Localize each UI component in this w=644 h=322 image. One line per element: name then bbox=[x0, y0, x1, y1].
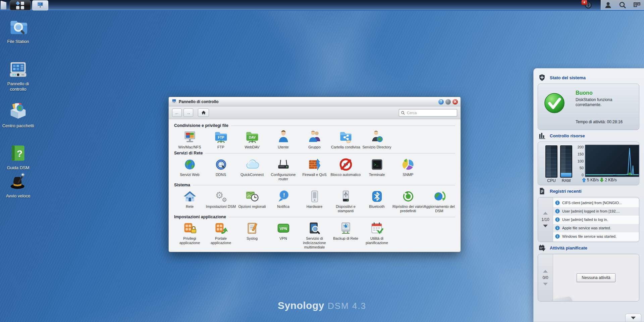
router-config-icon bbox=[276, 157, 291, 172]
desktop-icon-control-panel[interactable]: Pannello di controllo bbox=[2, 60, 34, 92]
search-box[interactable] bbox=[399, 109, 457, 117]
widget-title: Registri recenti bbox=[550, 189, 582, 194]
taskbar-control-panel-button[interactable] bbox=[32, 0, 48, 10]
terminal-icon: >_ bbox=[370, 157, 384, 172]
axis-tick: 150 bbox=[578, 152, 584, 156]
search-input[interactable] bbox=[406, 110, 455, 115]
app-label: Opzioni regionali bbox=[238, 204, 266, 209]
app-ftp[interactable]: FTPFTP bbox=[205, 129, 236, 149]
group-icon bbox=[307, 130, 322, 144]
app-label: Firewall e QoS bbox=[302, 173, 326, 177]
control-panel-icon bbox=[8, 60, 28, 80]
log-entry[interactable]: Apple file service was started. bbox=[553, 224, 639, 232]
desktop-icon-file-station[interactable]: File Station bbox=[2, 17, 34, 44]
app-syslog[interactable]: Syslog bbox=[236, 220, 268, 249]
show-desktop-button[interactable] bbox=[1, 1, 6, 9]
log-entry[interactable]: User [admin] logged in from [192.... bbox=[553, 207, 639, 216]
restore-defaults-icon bbox=[401, 189, 416, 204]
app-auto-block[interactable]: IPBlocco automatico bbox=[330, 156, 361, 181]
help-button[interactable]: ? bbox=[438, 99, 444, 104]
minimize-button[interactable] bbox=[445, 99, 451, 104]
app-hardware[interactable]: Hardware bbox=[299, 188, 330, 213]
app-quickconnect[interactable]: QuickConnect bbox=[236, 156, 268, 181]
desktop-icon-package-center[interactable]: Centro pacchetti bbox=[2, 102, 34, 129]
app-regional[interactable]: Opzioni regionali bbox=[236, 188, 268, 213]
app-dsm-update[interactable]: Aggiornamento del DSM bbox=[424, 188, 455, 213]
app-label: Bluetooth bbox=[369, 204, 384, 209]
app-bluetooth[interactable]: Bluetooth bbox=[361, 188, 392, 213]
close-button[interactable] bbox=[452, 99, 458, 104]
app-label: Terminale bbox=[369, 173, 385, 177]
app-dsm-settings[interactable]: ⚙⚙Impostazioni DSM bbox=[205, 188, 236, 213]
app-terminal[interactable]: >_Terminale bbox=[361, 156, 392, 181]
app-devices-printers[interactable]: Dispositivi e stampanti bbox=[330, 188, 361, 213]
app-network[interactable]: Rete bbox=[174, 188, 205, 213]
app-webdav[interactable]: DAVWebDAV bbox=[236, 129, 268, 149]
app-label: FTP bbox=[217, 145, 224, 149]
forward-button[interactable]: → bbox=[183, 108, 193, 117]
app-label: DDNS bbox=[216, 173, 226, 177]
log-entry[interactable]: Windows file service was started. bbox=[553, 232, 639, 241]
notifications-button[interactable]: 4 bbox=[584, 1, 593, 9]
search-icon[interactable] bbox=[619, 1, 627, 9]
app-web-services[interactable]: Servizi Web bbox=[174, 156, 205, 181]
widget-title: Stato del sistema bbox=[550, 75, 586, 80]
logs-pager-text: 1/10 bbox=[541, 217, 549, 222]
app-label: Gruppo bbox=[308, 145, 321, 149]
window-titlebar[interactable]: Pannello di controllo ? bbox=[169, 97, 461, 106]
app-snmp[interactable]: SNMP bbox=[392, 156, 424, 181]
axis-tick: 100 bbox=[578, 159, 584, 163]
control-panel-mini-icon bbox=[36, 1, 44, 10]
app-user[interactable]: Utente bbox=[268, 129, 299, 149]
log-entry[interactable]: CIFS client [admin] from [NONGIO... bbox=[553, 199, 639, 207]
logs-pager-up[interactable] bbox=[543, 212, 548, 215]
network-icon bbox=[182, 189, 197, 204]
app-network-backup[interactable]: Backup di Rete bbox=[330, 220, 361, 249]
app-router-config[interactable]: Configurazione router bbox=[268, 156, 299, 181]
section-header: Sistema bbox=[174, 183, 455, 187]
app-media-index[interactable]: Servizio di indicizzazione multimediale bbox=[299, 220, 330, 249]
log-entry[interactable]: User [admin] failed to log in. bbox=[553, 216, 639, 224]
desktop-icon-dsm-help[interactable]: ?Guida DSM bbox=[2, 144, 34, 171]
app-group[interactable]: Gruppo bbox=[299, 129, 330, 149]
pilot-view-icon[interactable] bbox=[633, 1, 641, 9]
ddns-icon bbox=[214, 157, 228, 172]
logs-pager-down[interactable] bbox=[543, 225, 548, 227]
app-label: Configurazione router bbox=[268, 173, 299, 181]
section-header: Impostazioni applicazione bbox=[174, 215, 455, 219]
app-firewall[interactable]: Firewall e QoS bbox=[299, 156, 330, 181]
back-button[interactable]: ← bbox=[172, 108, 182, 117]
app-label: QuickConnect bbox=[240, 173, 264, 177]
main-menu-button[interactable] bbox=[10, 0, 31, 10]
desktop-icon-quick-start[interactable]: Avvio veloce bbox=[2, 172, 34, 199]
home-button[interactable] bbox=[198, 108, 209, 117]
app-label: Backup di Rete bbox=[333, 236, 358, 241]
panel-collapse-tab[interactable] bbox=[625, 314, 641, 322]
app-restore-defaults[interactable]: Ripristino dei valori predefiniti bbox=[392, 188, 424, 213]
app-app-privileges[interactable]: Privilegi applicazione bbox=[174, 220, 205, 249]
app-notification[interactable]: !Notifica bbox=[268, 188, 299, 213]
quick-start-icon bbox=[8, 172, 28, 192]
app-app-portal[interactable]: Portale applicazione bbox=[205, 220, 236, 249]
app-vpn[interactable]: VPNVPN bbox=[268, 220, 299, 249]
app-directory-service[interactable]: Servizio Directory bbox=[361, 129, 392, 149]
axis-tick: 50 bbox=[580, 166, 584, 170]
desktop-icon-label: Pannello di controllo bbox=[2, 81, 34, 92]
app-label: Ripristino dei valori predefiniti bbox=[392, 204, 424, 213]
taskbar: 4 bbox=[0, 0, 644, 11]
app-label: Utente bbox=[278, 145, 288, 149]
app-win-mac-nfs[interactable]: Win/Mac/NFS bbox=[174, 129, 205, 149]
app-label: Servizio Directory bbox=[362, 145, 391, 149]
app-task-scheduler[interactable]: Utilità di pianificazione bbox=[361, 220, 392, 249]
app-shared-folder[interactable]: Cartella condivisa bbox=[330, 129, 361, 149]
tasks-pager-up[interactable] bbox=[543, 270, 548, 273]
recent-logs-box: 1/10 CIFS client [admin] from [NONGIO...… bbox=[538, 197, 639, 242]
app-ddns[interactable]: DDNS bbox=[205, 156, 236, 181]
tasks-pager-down[interactable] bbox=[543, 283, 548, 285]
section-rule bbox=[205, 153, 455, 153]
app-label: Aggiornamento del DSM bbox=[424, 204, 455, 213]
section-header: Servizi di Rete bbox=[174, 151, 455, 155]
app-privileges-icon bbox=[182, 221, 197, 236]
user-icon[interactable] bbox=[604, 1, 612, 9]
svg-text:VPN: VPN bbox=[279, 227, 287, 231]
